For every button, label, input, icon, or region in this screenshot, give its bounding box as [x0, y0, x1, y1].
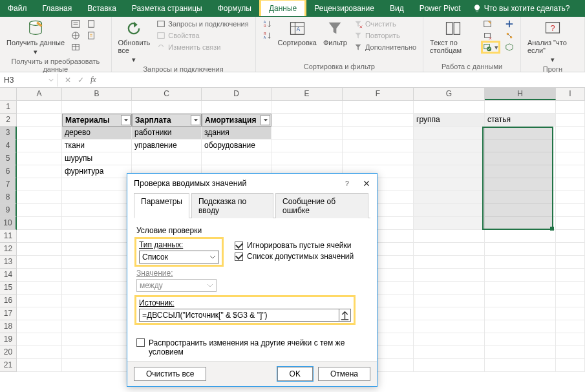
cell[interactable]: [414, 320, 485, 333]
from-table-button[interactable]: [71, 43, 80, 52]
search-box[interactable]: Что вы хотите сделать?: [473, 4, 570, 13]
cell[interactable]: [17, 139, 62, 152]
row-header[interactable]: 1: [0, 101, 17, 114]
range-picker-button[interactable]: [339, 309, 350, 321]
queries-button[interactable]: Запросы и подключения: [156, 19, 248, 28]
cell[interactable]: [271, 127, 343, 139]
cell[interactable]: [485, 101, 556, 114]
tab-formulas[interactable]: Формулы: [210, 1, 259, 16]
col-D[interactable]: D: [202, 88, 271, 100]
tab-parameters[interactable]: Параметры: [134, 193, 189, 218]
row-header[interactable]: 7: [0, 178, 17, 191]
cell[interactable]: [485, 243, 556, 256]
cell[interactable]: [485, 333, 556, 346]
cell[interactable]: [414, 139, 485, 152]
row-header[interactable]: 18: [0, 320, 17, 333]
cell[interactable]: управление: [132, 139, 202, 152]
cell[interactable]: [271, 152, 343, 165]
row-header[interactable]: 13: [0, 256, 17, 269]
cell[interactable]: [132, 101, 202, 114]
cell[interactable]: фурнитура: [62, 165, 132, 178]
col-B[interactable]: B: [62, 88, 132, 100]
filter-button[interactable]: Фильтр: [323, 19, 347, 46]
cell[interactable]: [556, 269, 585, 282]
cell[interactable]: [414, 256, 485, 269]
what-if-button[interactable]: ? Анализ "что если"▾: [527, 19, 578, 64]
sort-az-button[interactable]: AЯ: [262, 19, 271, 28]
ok-button[interactable]: OK: [277, 367, 313, 381]
cell[interactable]: ткани: [62, 139, 132, 152]
row-header[interactable]: 12: [0, 243, 17, 256]
cell[interactable]: [62, 282, 132, 294]
cell[interactable]: [17, 346, 62, 359]
row-header[interactable]: 11: [0, 230, 17, 243]
cell[interactable]: [556, 101, 585, 114]
cell[interactable]: работники: [132, 127, 202, 139]
from-text-button[interactable]: [71, 19, 80, 28]
cell[interactable]: дерево: [62, 127, 132, 139]
cell[interactable]: [556, 333, 585, 346]
cell[interactable]: Зарплата: [132, 114, 202, 127]
cell[interactable]: [556, 204, 585, 217]
tab-error-alert[interactable]: Сообщение об ошибке: [275, 193, 368, 218]
cell[interactable]: [414, 333, 485, 346]
get-data-button[interactable]: Получить данные▾: [6, 19, 65, 56]
cell[interactable]: [17, 127, 62, 139]
tab-home[interactable]: Главная: [35, 1, 80, 16]
cell[interactable]: [556, 320, 585, 333]
tab-review[interactable]: Рецензирование: [306, 1, 382, 16]
cell[interactable]: [485, 256, 556, 269]
cell[interactable]: [414, 346, 485, 359]
tab-data[interactable]: Данные: [259, 0, 306, 16]
propagate-checkbox[interactable]: Распространить изменения на другие ячейк…: [136, 338, 368, 356]
cell[interactable]: [556, 346, 585, 359]
cell[interactable]: [62, 307, 132, 320]
row-header[interactable]: 4: [0, 139, 17, 152]
cell[interactable]: [62, 178, 132, 191]
consolidate-button[interactable]: [505, 19, 514, 28]
cell[interactable]: [17, 320, 62, 333]
cell[interactable]: [17, 165, 62, 178]
cell[interactable]: [17, 217, 62, 230]
close-icon[interactable]: [363, 180, 370, 187]
filter-dropdown-icon[interactable]: [261, 115, 270, 125]
cell[interactable]: [414, 243, 485, 256]
cell[interactable]: [556, 152, 585, 165]
refresh-all-button[interactable]: Обновить все▾: [118, 19, 151, 64]
existing-conn-button[interactable]: [87, 31, 96, 40]
row-header[interactable]: 17: [0, 307, 17, 320]
cell[interactable]: [556, 165, 585, 178]
cell[interactable]: [485, 307, 556, 320]
cell[interactable]: [556, 217, 585, 230]
flash-fill-button[interactable]: [483, 19, 498, 28]
col-E[interactable]: E: [271, 88, 343, 100]
cell[interactable]: [17, 269, 62, 282]
fx-icon[interactable]: fx: [90, 75, 96, 85]
cell[interactable]: [414, 127, 485, 139]
cell[interactable]: [414, 282, 485, 294]
cell[interactable]: [62, 269, 132, 282]
name-box[interactable]: H3: [0, 74, 58, 87]
cell[interactable]: [485, 139, 556, 152]
cell[interactable]: [414, 359, 485, 372]
cell[interactable]: [414, 178, 485, 191]
cell[interactable]: [17, 359, 62, 372]
cell[interactable]: [62, 230, 132, 243]
cell[interactable]: [414, 165, 485, 178]
cell[interactable]: [271, 101, 343, 114]
col-C[interactable]: C: [132, 88, 202, 100]
cell[interactable]: [62, 191, 132, 204]
cell[interactable]: [271, 139, 343, 152]
cell[interactable]: [17, 256, 62, 269]
row-header[interactable]: 9: [0, 204, 17, 217]
row-header[interactable]: 8: [0, 191, 17, 204]
data-model-button[interactable]: [505, 43, 514, 52]
tab-layout[interactable]: Разметка страницы: [124, 1, 210, 16]
row-header[interactable]: 5: [0, 152, 17, 165]
cell[interactable]: статья: [485, 114, 556, 127]
cell[interactable]: [17, 152, 62, 165]
cell[interactable]: [414, 204, 485, 217]
cell[interactable]: [485, 282, 556, 294]
col-A[interactable]: A: [17, 88, 62, 100]
remove-dup-button[interactable]: [483, 31, 498, 40]
